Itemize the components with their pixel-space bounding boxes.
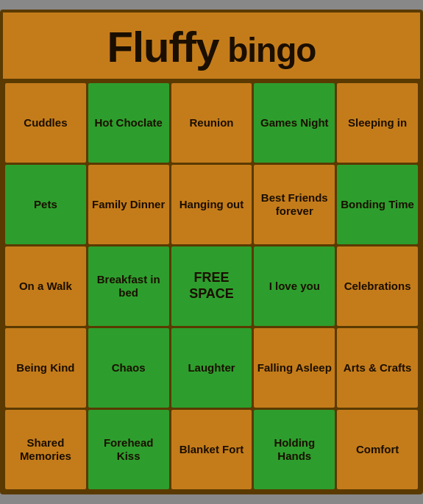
bingo-cell-8[interactable]: Best Friends forever	[254, 165, 335, 244]
bingo-cell-0[interactable]: Cuddles	[5, 83, 86, 163]
bingo-cell-18[interactable]: Falling Asleep	[254, 328, 335, 408]
bingo-cell-19[interactable]: Arts & Crafts	[337, 328, 418, 408]
bingo-cell-14[interactable]: Celebrations	[337, 246, 418, 326]
bingo-card: Fluffy bingo CuddlesHot ChoclateReunionG…	[0, 10, 423, 494]
bingo-cell-20[interactable]: Shared Memories	[5, 410, 86, 489]
title-bingo: bingo	[218, 31, 316, 69]
bingo-cell-4[interactable]: Sleeping in	[337, 83, 418, 163]
bingo-header: Fluffy bingo	[3, 13, 420, 81]
bingo-cell-11[interactable]: Breakfast in bed	[88, 246, 169, 326]
bingo-cell-12[interactable]: FREE SPACE	[171, 246, 252, 326]
bingo-cell-13[interactable]: I love you	[254, 246, 335, 326]
bingo-cell-6[interactable]: Family Dinner	[88, 165, 169, 244]
bingo-title: Fluffy bingo	[10, 26, 413, 68]
bingo-cell-22[interactable]: Blanket Fort	[171, 410, 252, 489]
bingo-cell-10[interactable]: On a Walk	[5, 246, 86, 326]
bingo-cell-21[interactable]: Forehead Kiss	[88, 410, 169, 489]
bingo-cell-23[interactable]: Holding Hands	[254, 410, 335, 489]
title-fluffy: Fluffy	[107, 23, 219, 71]
bingo-cell-16[interactable]: Chaos	[88, 328, 169, 408]
bingo-cell-24[interactable]: Comfort	[337, 410, 418, 489]
bingo-cell-7[interactable]: Hanging out	[171, 165, 252, 244]
bingo-cell-15[interactable]: Being Kind	[5, 328, 86, 408]
bingo-cell-17[interactable]: Laughter	[171, 328, 252, 408]
bingo-cell-1[interactable]: Hot Choclate	[88, 83, 169, 163]
bingo-cell-2[interactable]: Reunion	[171, 83, 252, 163]
bingo-cell-3[interactable]: Games Night	[254, 83, 335, 163]
bingo-cell-5[interactable]: Pets	[5, 165, 86, 244]
bingo-cell-9[interactable]: Bonding Time	[337, 165, 418, 244]
bingo-grid: CuddlesHot ChoclateReunionGames NightSle…	[3, 81, 420, 491]
